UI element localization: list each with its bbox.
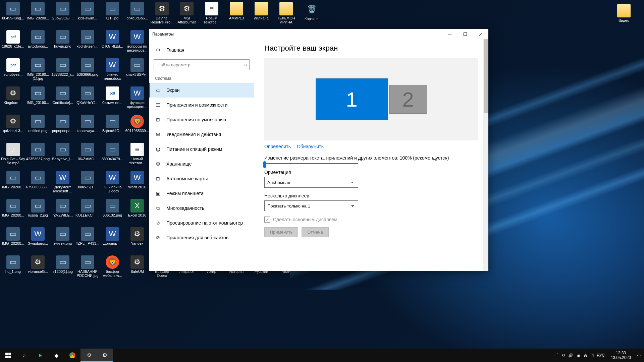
search-input[interactable]	[154, 59, 250, 70]
link-detect[interactable]: Обнаружить	[297, 144, 324, 149]
desktop-icon[interactable]: Wвопросы по анкетиров...	[125, 29, 150, 57]
desktop-icon[interactable]: ▭IMG_20200...	[1, 198, 25, 226]
taskbar-app-settings[interactable]: ⚙	[97, 349, 113, 362]
desktop-icon[interactable]: ▭Babydive_l...	[50, 141, 75, 170]
multi-display-select[interactable]: Показать только на 1	[264, 200, 358, 211]
desktop-icon[interactable]: ▭xmvx8SSPv...	[125, 57, 150, 85]
desktop-icon[interactable]: ⚙Kingdom-...	[1, 85, 25, 113]
desktop-icon[interactable]: ⚙DaVinci Resolve Pro...	[150, 1, 174, 29]
monitor-1[interactable]: 1	[316, 78, 388, 120]
desktop-icon[interactable]: ▭IMG_20190... (1).jpg	[25, 57, 50, 85]
desktop-icon[interactable]: ▭18738222_i...	[50, 57, 75, 85]
desktop-icon[interactable]: Wфункции президент...	[125, 85, 150, 113]
desktop-icon[interactable]: ▭hd_1.png	[1, 254, 25, 282]
taskbar-app-steam[interactable]: ⟲	[80, 349, 97, 362]
taskbar-app-edge[interactable]: e	[32, 349, 48, 362]
desktop-icon[interactable]: ▭slide-32[1]...	[75, 170, 100, 198]
desktop-icon[interactable]: ▭6756865658...	[25, 170, 50, 198]
desktop-icon[interactable]: ⚙vibranceG...	[25, 254, 50, 282]
desktop-icon[interactable]: ⚙Yandex	[125, 226, 150, 254]
tray-defender-icon[interactable]: ⍞	[591, 353, 593, 358]
desktop-icon[interactable]: XExcel 2016	[125, 198, 150, 226]
desktop-icon[interactable]: ▭s1200[1].jpg	[50, 254, 75, 282]
desktop-icon[interactable]: WWord 2016	[125, 170, 150, 198]
desktop-icon[interactable]: ♪Doja Cat - Say So.mp3	[1, 141, 25, 170]
nav-item[interactable]: ⊞Приложения по умолчанию	[149, 112, 254, 127]
desktop-icon[interactable]: ТЕЛЕФОН ИРИНА	[274, 1, 299, 29]
desktop-icon[interactable]: WТЗ - Ирина ГЦ.docx	[100, 170, 125, 198]
desktop-icon[interactable]: ▭russia_2.jpg	[25, 198, 50, 226]
desktop-icon[interactable]: АМИР13	[224, 1, 249, 29]
desktop-icon[interactable]: ▭0[1].jpg	[100, 1, 125, 29]
desktop-icon[interactable]: ▭42353637.png	[25, 141, 50, 170]
desktop-icon[interactable]: WДокумент Microsoft ...	[50, 170, 75, 198]
desktop-icon[interactable]: ⚙quizlet-4-3...	[1, 113, 25, 141]
orientation-select[interactable]: Альбомная	[264, 177, 358, 188]
desktop-icon[interactable]: ≡Новый текстов...	[199, 1, 224, 29]
nav-item[interactable]: ⏻Питание и спящий режим	[149, 142, 254, 157]
nav-item[interactable]: ⛁Хранилище	[149, 157, 254, 171]
display-arrangement[interactable]: 1 2	[264, 58, 478, 140]
nav-item[interactable]: ⎚Проецирование на этот компьютер	[149, 216, 254, 230]
nav-item[interactable]: ⊘Приложения для веб-сайтов	[149, 230, 254, 245]
monitor-2[interactable]: 2	[389, 85, 427, 114]
action-center-icon[interactable]: ▭	[637, 353, 641, 358]
nav-item[interactable]: ▣Режим планшета	[149, 186, 254, 201]
nav-item[interactable]: ⧉Многозадачность	[149, 201, 254, 216]
scale-slider[interactable]	[264, 163, 358, 164]
desktop-icon[interactable]: ▭fZVZWfLE...	[50, 198, 75, 226]
desktop-icon[interactable]: 18628_c1fe...	[1, 29, 25, 57]
desktop-icon[interactable]: ▭KOLLEKCII_...	[75, 198, 100, 226]
taskbar-app-chrome[interactable]	[64, 349, 80, 362]
desktop-icon[interactable]: ▭xod-dvizeni...	[75, 29, 100, 57]
nav-item[interactable]: ✉Уведомления и действия	[149, 127, 254, 142]
scrollbar[interactable]	[483, 39, 488, 271]
desktop-icon[interactable]: ▭енкген.png	[50, 226, 75, 254]
desktop-icon[interactable]: ▭рпрорпорл...	[50, 113, 75, 141]
desktop-icon[interactable]: Wбизнес план.docx	[100, 57, 125, 85]
desktop-icon[interactable]: 🦁босфор мебель.w...	[100, 254, 125, 282]
desktop-icon[interactable]: ▭kids-swim...	[75, 1, 100, 29]
desktop-icon[interactable]: WЗульфаиз...	[25, 226, 50, 254]
slider-thumb[interactable]	[263, 161, 266, 168]
desktop-icon[interactable]: WДоговор-...	[100, 226, 125, 254]
titlebar[interactable]: Параметры	[149, 29, 488, 39]
desktop-icon[interactable]: ▭IMG_20190...	[25, 85, 50, 113]
desktop-icon[interactable]: ▭830043479...	[100, 141, 125, 170]
maximize-button[interactable]	[458, 29, 473, 39]
desktop-icon[interactable]: ▭kassovaya-...	[75, 113, 100, 141]
desktop-icon[interactable]: ▭IMG_20200...	[1, 170, 25, 198]
desktop-icon[interactable]: ▭QXaVHeYJ...	[75, 85, 100, 113]
search-button[interactable]: ⌕	[16, 349, 32, 362]
tray-chevron-icon[interactable]: ˄	[556, 353, 558, 358]
desktop-icon[interactable]: ▭IMG_20200...	[1, 226, 25, 254]
taskbar-app-bluestacks[interactable]: ◆	[48, 349, 64, 362]
desktop-icon[interactable]: лилиана	[249, 1, 274, 29]
tray-volume-icon[interactable]: 🔊	[568, 353, 573, 358]
desktop-icon[interactable]: ⚙MSI Afterburner	[174, 1, 199, 29]
start-button[interactable]	[0, 349, 16, 362]
desktop-icon[interactable]: ▭BqbmA4O...	[100, 113, 125, 141]
desktop-icon[interactable]: ▭huygu.png	[50, 29, 75, 57]
desktop-icon[interactable]: ▭686102.png	[100, 198, 125, 226]
nav-item[interactable]: ☰Приложения и возможности	[149, 98, 254, 112]
desktop-icon[interactable]: ⚙SafeUM	[125, 254, 150, 282]
desktop-icon[interactable]: ▭НАЗВАНИЯ РОССИИ.jpg	[75, 254, 100, 282]
tray-network-icon[interactable]: 🖧	[584, 353, 588, 358]
desktop-icon[interactable]: ▭00499-King...	[1, 1, 25, 29]
nav-home[interactable]: ⚙ Главная	[149, 43, 254, 57]
desktop-icon[interactable]: ▭avtodorogi...	[25, 29, 50, 57]
minimize-button[interactable]	[442, 29, 458, 39]
close-button[interactable]	[473, 29, 488, 39]
desktop-icon[interactable]: ▭bb4c3d6b5...	[125, 1, 150, 29]
link-identify[interactable]: Определить	[264, 144, 291, 149]
library-videos[interactable]: Видео	[617, 4, 631, 22]
tray-language[interactable]: РУС	[597, 353, 605, 358]
desktop-icon[interactable]: волобуев...	[1, 57, 25, 85]
desktop-icon[interactable]: ▭06-ZstMG...	[75, 141, 100, 170]
taskbar-clock[interactable]: 12:33 13.05.2020	[608, 351, 634, 360]
desktop-icon[interactable]: ▭4ZPLf_P433...	[75, 226, 100, 254]
nav-item[interactable]: ⊡Автономные карты	[149, 171, 254, 186]
tray-steam-icon[interactable]: ⟲	[561, 353, 565, 358]
desktop-icon[interactable]: безымянн...	[100, 85, 125, 113]
